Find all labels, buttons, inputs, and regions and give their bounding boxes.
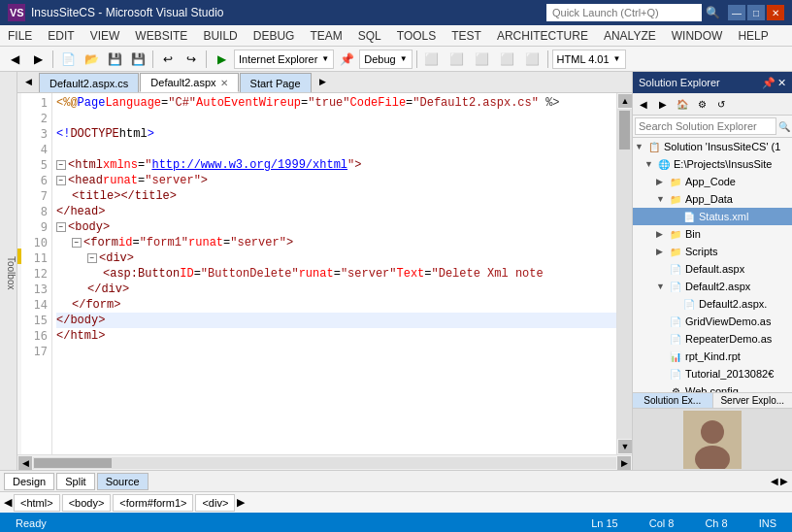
undo-button[interactable]: ↩ xyxy=(157,49,179,70)
se-refresh-button[interactable]: ↺ xyxy=(712,95,730,113)
tab-default2-aspx[interactable]: Default2.aspx ✕ xyxy=(140,73,238,92)
tree-rpt[interactable]: 📊 rpt_Kind.rpt xyxy=(633,348,792,365)
menu-build[interactable]: BUILD xyxy=(195,25,245,46)
quick-launch-input[interactable] xyxy=(546,4,702,21)
toolbar-extra-5[interactable]: ⬜ xyxy=(522,49,544,70)
menu-window[interactable]: WINDOW xyxy=(664,25,731,46)
nav-next-button[interactable]: ▶ xyxy=(237,496,245,509)
se-settings-button[interactable]: ⚙ xyxy=(693,95,710,113)
se-search-input[interactable] xyxy=(635,117,776,135)
menu-team[interactable]: TEAM xyxy=(302,25,349,46)
menu-debug[interactable]: DEBUG xyxy=(246,25,303,46)
se-home-button[interactable]: 🏠 xyxy=(674,95,691,113)
split-tab[interactable]: Split xyxy=(56,473,94,490)
toolbar-extra-2[interactable]: ⬜ xyxy=(446,49,468,70)
open-button[interactable]: 📂 xyxy=(81,49,102,70)
nav-div[interactable]: <div> xyxy=(195,494,235,512)
collapse-11[interactable]: − xyxy=(87,253,97,263)
nav-form[interactable]: <form#form1> xyxy=(113,494,193,512)
bin-icon: 📁 xyxy=(668,227,683,241)
back-button[interactable]: ◀ xyxy=(4,49,25,70)
h-scroll-thumb[interactable] xyxy=(34,458,112,468)
rpt-icon: 📊 xyxy=(668,349,683,363)
design-tab[interactable]: Design xyxy=(4,473,54,490)
browser-dropdown[interactable]: Internet Explorer ▼ xyxy=(234,50,334,69)
save-all-button[interactable]: 💾 xyxy=(127,49,148,70)
se-back-button[interactable]: ◀ xyxy=(635,95,652,113)
menu-sql[interactable]: SQL xyxy=(350,25,389,46)
nav-next-icon[interactable]: ▶ xyxy=(780,476,788,486)
tree-app-code[interactable]: ▶ 📁 App_Code xyxy=(633,173,792,190)
xml-file-icon: 📄 xyxy=(681,210,697,223)
scroll-up-button[interactable]: ▲ xyxy=(618,94,632,108)
tree-project[interactable]: ▼ 🌐 E:\Projects\InsusSite xyxy=(633,155,792,173)
tree-tutorial[interactable]: 📄 Tutorial_2013082€ xyxy=(633,365,792,382)
menu-website[interactable]: WEBSITE xyxy=(127,25,195,46)
minimize-button[interactable]: — xyxy=(728,5,745,20)
scroll-thumb[interactable] xyxy=(619,111,630,150)
toolbar-extra-4[interactable]: ⬜ xyxy=(497,49,518,70)
solution-explorer-tab[interactable]: Solution Ex... xyxy=(633,393,713,408)
nav-html[interactable]: <html> xyxy=(14,494,60,512)
close-button[interactable]: ✕ xyxy=(767,5,784,20)
collapse-9[interactable]: − xyxy=(56,222,66,232)
horizontal-scrollbar[interactable]: ◀ ▶ xyxy=(17,454,632,470)
server-explorer-tab[interactable]: Server Explo... xyxy=(713,393,793,408)
tree-gridview[interactable]: 📄 GridViewDemo.as xyxy=(633,313,792,330)
menu-edit[interactable]: EDIT xyxy=(40,25,82,46)
tabs-scroll-right[interactable]: ▶ xyxy=(313,72,334,92)
redo-button[interactable]: ↪ xyxy=(181,49,202,70)
tree-default-aspx[interactable]: 📄 Default.aspx xyxy=(633,260,792,278)
tab-start-page[interactable]: Start Page xyxy=(240,73,312,92)
tabs-scroll-left[interactable]: ◀ xyxy=(17,72,39,92)
code-line-11: −<div> xyxy=(56,250,616,266)
collapse-10[interactable]: − xyxy=(72,238,82,248)
html-version-dropdown[interactable]: HTML 4.01 ▼ xyxy=(552,50,626,69)
tree-app-data[interactable]: ▼ 📁 App_Data xyxy=(633,190,792,208)
nav-body[interactable]: <body> xyxy=(62,494,112,512)
menu-help[interactable]: HELP xyxy=(730,25,776,46)
se-forward-button[interactable]: ▶ xyxy=(654,95,672,113)
menu-file[interactable]: FILE xyxy=(0,25,40,46)
h-scroll-track xyxy=(33,457,616,469)
menu-architecture[interactable]: ARCHITECTURE xyxy=(489,25,596,46)
tree-default2-aspx[interactable]: ▼ 📄 Default2.aspx xyxy=(633,278,792,295)
tree-status-xml[interactable]: 📄 Status.xml xyxy=(633,208,792,225)
toolbar-extra-3[interactable]: ⬜ xyxy=(472,49,493,70)
tree-scripts[interactable]: ▶ 📁 Scripts xyxy=(633,243,792,260)
tree-repeater[interactable]: 📄 RepeaterDemo.as xyxy=(633,330,792,348)
tree-webconfig[interactable]: ⚙ Web.config xyxy=(633,382,792,392)
tab-close-icon[interactable]: ✕ xyxy=(220,78,228,88)
nav-prev-icon[interactable]: ◀ xyxy=(771,476,778,486)
se-close-icon[interactable]: ✕ xyxy=(777,77,786,89)
menu-test[interactable]: TEST xyxy=(444,25,489,46)
maximize-button[interactable]: □ xyxy=(747,5,765,20)
debug-dropdown[interactable]: Debug ▼ xyxy=(359,50,412,69)
tab-default2-cs[interactable]: Default2.aspx.cs xyxy=(39,73,139,92)
code-line-1: <%@ Page Language="C#" AutoEventWireup="… xyxy=(56,95,616,111)
nav-prev-button[interactable]: ◀ xyxy=(4,496,12,509)
nav-bar: ◀ <html> <body> <form#form1> <div> ▶ xyxy=(0,491,792,513)
new-file-button[interactable]: 📄 xyxy=(57,49,79,70)
run-button[interactable]: ▶ xyxy=(211,49,232,70)
vertical-scrollbar[interactable]: ▲ ▼ xyxy=(616,93,632,454)
tree-default2-cs[interactable]: 📄 Default2.aspx. xyxy=(633,295,792,313)
code-editor[interactable]: 1 2 3 4 5 6 7 8 9 10 11 12 13 14 15 16 1… xyxy=(17,93,632,454)
scroll-left-button[interactable]: ◀ xyxy=(18,456,32,470)
menu-view[interactable]: VIEW xyxy=(82,25,128,46)
toolbar-extra-1[interactable]: ⬜ xyxy=(421,49,443,70)
menu-analyze[interactable]: ANALYZE xyxy=(596,25,664,46)
toolbox-panel[interactable]: Toolbox xyxy=(0,72,17,470)
tree-bin[interactable]: ▶ 📁 Bin xyxy=(633,225,792,243)
source-tab[interactable]: Source xyxy=(97,473,148,490)
scroll-right-button[interactable]: ▶ xyxy=(617,456,631,470)
menu-tools[interactable]: TOOLS xyxy=(389,25,444,46)
scroll-down-button[interactable]: ▼ xyxy=(618,440,632,453)
tree-solution[interactable]: ▼ 📋 Solution 'InsusSiteCS' (1 xyxy=(633,138,792,155)
se-pin-icon[interactable]: 📌 xyxy=(762,77,776,89)
collapse-6[interactable]: − xyxy=(56,176,66,185)
attach-button[interactable]: 📌 xyxy=(336,49,357,70)
collapse-5[interactable]: − xyxy=(56,160,66,170)
save-button[interactable]: 💾 xyxy=(104,49,125,70)
forward-button[interactable]: ▶ xyxy=(27,49,49,70)
